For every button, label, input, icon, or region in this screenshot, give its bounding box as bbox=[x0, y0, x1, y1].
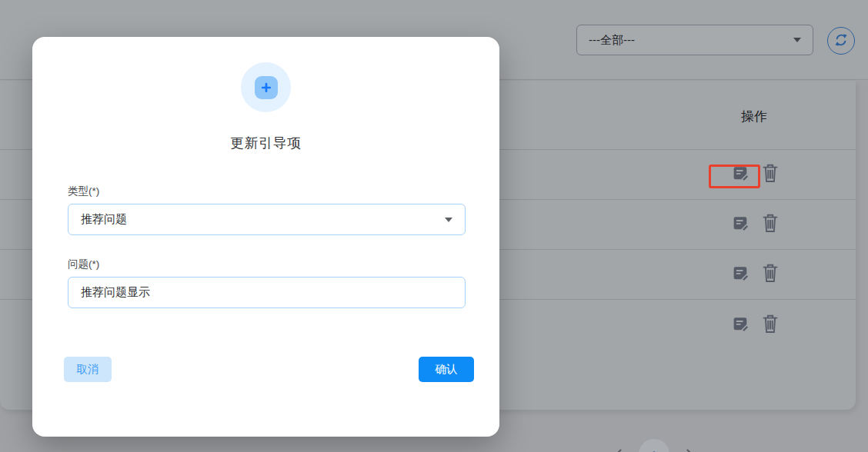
type-select[interactable]: 推荐问题 bbox=[68, 204, 466, 235]
update-guide-item-modal: 更新引导项 类型(*) 推荐问题 问题(*) 取消 确认 bbox=[32, 37, 499, 437]
question-field-label: 问题(*) bbox=[68, 258, 99, 271]
cancel-button[interactable]: 取消 bbox=[64, 357, 112, 382]
question-input[interactable] bbox=[68, 277, 466, 308]
modal-badge bbox=[241, 62, 291, 112]
type-select-value: 推荐问题 bbox=[81, 212, 445, 227]
confirm-button[interactable]: 确认 bbox=[419, 357, 474, 382]
chevron-down-icon bbox=[445, 218, 452, 222]
modal-title: 更新引导项 bbox=[32, 134, 499, 152]
screen: ---全部--- 操作 bbox=[0, 0, 868, 452]
type-field-label: 类型(*) bbox=[68, 184, 99, 198]
annotation-highlight bbox=[709, 165, 760, 188]
plus-icon bbox=[255, 76, 278, 99]
